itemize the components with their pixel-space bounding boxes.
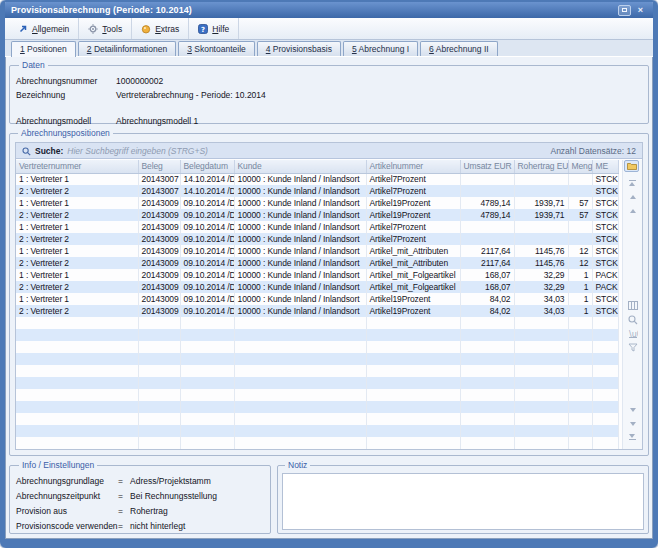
cell [460, 377, 514, 389]
cell: 32,29 [514, 269, 568, 281]
tab-abrechnung-i[interactable]: 5 Abrechnung I [343, 41, 418, 56]
cell: Artikel_mit_Folgeartikel [366, 269, 460, 281]
cell [460, 449, 514, 450]
table-row[interactable]: 2 : Vertreter 22014300714.10.2014 /Di100… [16, 185, 618, 197]
gear-icon [88, 24, 98, 34]
table-row[interactable]: 1 : Vertreter 12014300714.10.2014 /Di100… [16, 173, 618, 185]
scroll-down-icon[interactable] [625, 403, 641, 416]
table-empty-row [16, 329, 618, 341]
cell: 1 : Vertreter 1 [16, 293, 138, 305]
cell [592, 317, 618, 329]
cell [460, 425, 514, 437]
cell [568, 317, 592, 329]
menu-item-extras[interactable]: Extras [132, 18, 189, 39]
sum-icon[interactable]: \u03a3 [625, 327, 641, 340]
cell: Artikel_mit_Folgeartikel [366, 281, 460, 293]
cell [138, 365, 180, 377]
cell: 1 : Vertreter 1 [16, 245, 138, 257]
column-header-umsatz-eur[interactable]: Umsatz EUR [460, 160, 514, 173]
menu-item-allgemein[interactable]: Allgemein [9, 18, 79, 39]
table-row[interactable]: 2 : Vertreter 22014300909.10.2014 /Do100… [16, 233, 618, 245]
cell: 10000 : Kunde Inland / Inlandsort [234, 257, 366, 269]
scroll-bottom-icon[interactable] [625, 431, 641, 444]
scroll-up-icon[interactable] [625, 204, 641, 217]
column-header-menge[interactable]: Menge [568, 160, 592, 173]
column-header-rohertrag-eur[interactable]: Rohertrag EUR [514, 160, 568, 173]
cell: 20143009 [138, 233, 180, 245]
cell [16, 377, 138, 389]
zoom-detail-icon[interactable] [625, 313, 641, 326]
tab-detailinformationen[interactable]: 2 Detailinformationen [78, 41, 176, 56]
table-row[interactable]: 1 : Vertreter 12014300909.10.2014 /Do100… [16, 245, 618, 257]
tab-abrechnung-ii[interactable]: 6 Abrechnung II [420, 41, 498, 56]
cell: 1 : Vertreter 1 [16, 197, 138, 209]
info-value: Rohertrag [130, 504, 264, 519]
column-header-vertreternummer[interactable]: Vertreternummer [16, 160, 138, 173]
cell [460, 317, 514, 329]
cell [514, 329, 568, 341]
table-row[interactable]: 2 : Vertreter 22014300909.10.2014 /Do100… [16, 281, 618, 293]
view-columns-icon[interactable] [625, 299, 641, 312]
column-header-beleg[interactable]: Beleg [138, 160, 180, 173]
cell [592, 329, 618, 341]
cell [180, 341, 234, 353]
cell: 20143009 [138, 281, 180, 293]
restore-button[interactable] [618, 5, 631, 16]
table-row[interactable]: 1 : Vertreter 12014300909.10.2014 /Do100… [16, 197, 618, 209]
cell [234, 365, 366, 377]
main-content: Daten Abrechnungsnummer1000000002Bezeich… [5, 57, 653, 534]
cell: 1145,76 [514, 257, 568, 269]
cell [568, 389, 592, 401]
cell: 10000 : Kunde Inland / Inlandsort [234, 233, 366, 245]
cell [180, 317, 234, 329]
table-row[interactable]: 2 : Vertreter 22014300909.10.2014 /Do100… [16, 209, 618, 221]
daten-value: 1000000002 [116, 74, 642, 88]
daten-row: AbrechnungsmodellAbrechnungsmodell 1 [16, 114, 642, 128]
cell [16, 401, 138, 413]
column-chooser-icon[interactable] [624, 160, 639, 172]
cell: 34,03 [514, 305, 568, 317]
cell [514, 377, 568, 389]
cell [514, 353, 568, 365]
search-label: Suche: [35, 146, 63, 156]
tab-provisionsbasis[interactable]: 4 Provisionsbasis [257, 41, 341, 56]
cell: 1939,71 [514, 197, 568, 209]
menu-item-label: Allgemein [32, 24, 69, 34]
table-row[interactable]: 1 : Vertreter 12014300909.10.2014 /Do100… [16, 221, 618, 233]
menu-item-hilfe[interactable]: ?Hilfe [189, 18, 239, 39]
cell [460, 413, 514, 425]
scroll-top-icon[interactable] [625, 176, 641, 189]
search-input[interactable] [67, 146, 546, 156]
tab-skontoanteile[interactable]: 3 Skontoanteile [178, 41, 255, 56]
restore-icon [622, 8, 627, 12]
cell [16, 449, 138, 450]
column-header-belegdatum[interactable]: Belegdatum [180, 160, 234, 173]
cell [514, 401, 568, 413]
cell [366, 389, 460, 401]
table-row[interactable]: 2 : Vertreter 22014300909.10.2014 /Do100… [16, 305, 618, 317]
cell [514, 185, 568, 197]
cell: STCK [592, 245, 618, 257]
table-row[interactable]: 1 : Vertreter 12014300909.10.2014 /Do100… [16, 269, 618, 281]
column-header-me[interactable]: ME [592, 160, 618, 173]
table-row[interactable]: 2 : Vertreter 22014300909.10.2014 /Do100… [16, 257, 618, 269]
cell: 10000 : Kunde Inland / Inlandsort [234, 185, 366, 197]
column-header-artikelnummer[interactable]: Artikelnummer [366, 160, 460, 173]
cell [460, 365, 514, 377]
table-row[interactable]: 1 : Vertreter 12014300909.10.2014 /Do100… [16, 293, 618, 305]
cell: 10000 : Kunde Inland / Inlandsort [234, 281, 366, 293]
info-value: Adress/Projektstamm [130, 474, 264, 489]
notiz-textarea[interactable] [282, 473, 644, 530]
scroll-pagedown-icon[interactable] [625, 417, 641, 430]
cell: 09.10.2014 /Do [180, 281, 234, 293]
column-header-kunde[interactable]: Kunde [234, 160, 366, 173]
menu-item-tools[interactable]: Tools [79, 18, 132, 39]
tab-positionen[interactable]: 1 Positionen [11, 41, 76, 57]
close-button[interactable]: × [634, 5, 647, 16]
cell [138, 389, 180, 401]
scroll-pageup-icon[interactable] [625, 190, 641, 203]
cell: Artikel19Prozent [366, 293, 460, 305]
cell: Artikel7Prozent [366, 221, 460, 233]
cell [234, 317, 366, 329]
filter-icon[interactable] [625, 341, 641, 354]
